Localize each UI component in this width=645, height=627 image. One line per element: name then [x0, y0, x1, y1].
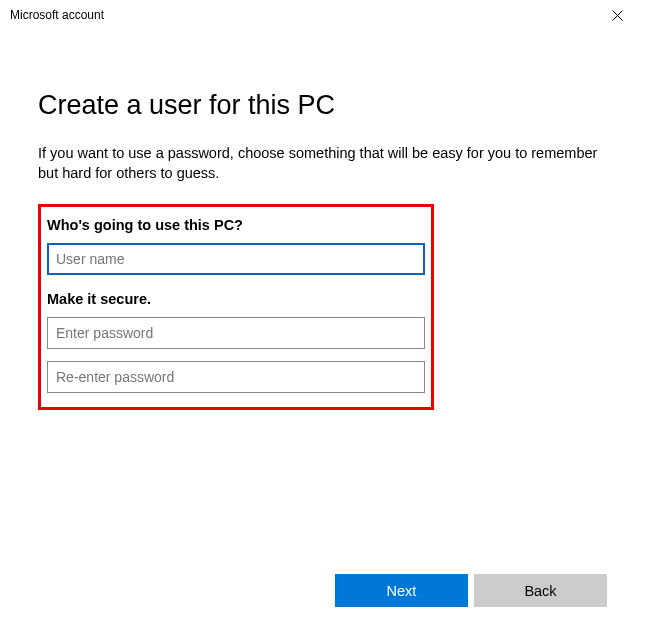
username-section-label: Who's going to use this PC?	[47, 217, 425, 233]
page-description: If you want to use a password, choose so…	[38, 143, 607, 184]
close-button[interactable]	[597, 1, 637, 29]
page-title: Create a user for this PC	[38, 90, 607, 121]
next-button[interactable]: Next	[335, 574, 468, 607]
footer-buttons: Next Back	[335, 574, 607, 607]
content-area: Create a user for this PC If you want to…	[0, 30, 645, 410]
form-highlight-box: Who's going to use this PC? Make it secu…	[38, 204, 434, 410]
username-input[interactable]	[47, 243, 425, 275]
password-confirm-input[interactable]	[47, 361, 425, 393]
close-icon	[612, 10, 623, 21]
window-title: Microsoft account	[10, 8, 104, 22]
titlebar: Microsoft account	[0, 0, 645, 30]
password-input[interactable]	[47, 317, 425, 349]
password-section-label: Make it secure.	[47, 291, 425, 307]
back-button[interactable]: Back	[474, 574, 607, 607]
